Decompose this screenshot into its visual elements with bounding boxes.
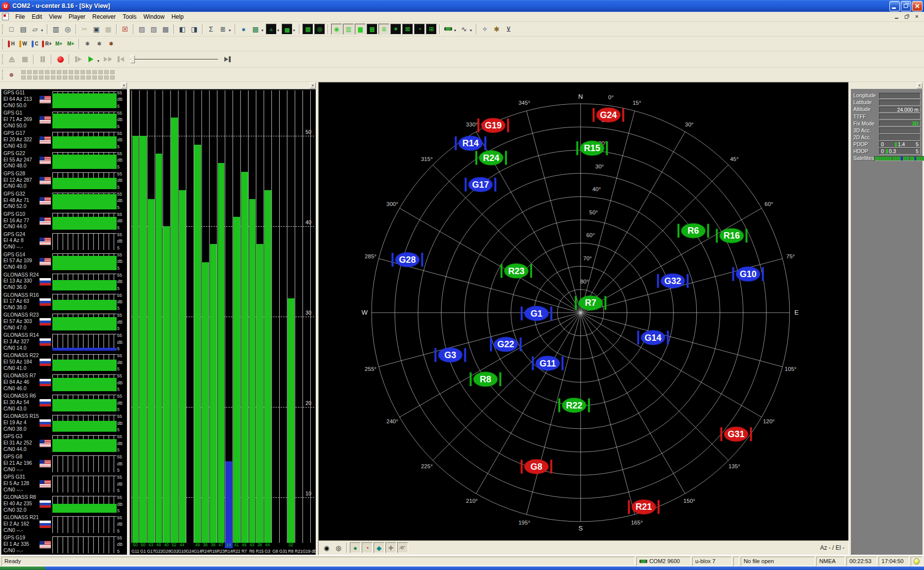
info-label: Longitude [853, 93, 879, 98]
clear-all-views-icon[interactable]: ☒ [119, 23, 131, 35]
chart-view-icon[interactable]: ▲ [266, 24, 277, 35]
dock-grab-bar[interactable]: × [129, 82, 316, 89]
deviation-map-icon[interactable]: ◎ [314, 24, 325, 35]
firmware-download-icon[interactable]: ⊻ [503, 23, 514, 35]
menu-file[interactable]: File [12, 12, 28, 21]
dock-layout-left-icon[interactable]: ◧ [176, 23, 188, 35]
hot-start-button[interactable]: H [5, 38, 17, 50]
hex-view-icon[interactable]: ⊞ [426, 24, 437, 35]
azimuth-label-75°: 75° [786, 253, 795, 259]
skip-to-end-button[interactable] [221, 53, 234, 65]
sky-view-icon[interactable]: ◉ [331, 24, 342, 35]
dropdown-caret-icon[interactable]: ▾ [277, 28, 279, 33]
poll-connector-icon[interactable]: ⊕ [5, 69, 17, 81]
satellite-info-text: GPS G1El 71 Az 269C/N0 50.0 [1, 110, 38, 130]
cold-start-button[interactable]: C [29, 38, 41, 50]
polar-grid-icon[interactable]: ◔ [362, 542, 373, 553]
chart-name-R16: R16 [209, 548, 217, 555]
satellite-markers-icon[interactable]: ◆ [374, 542, 384, 553]
menu-edit[interactable]: Edit [28, 12, 45, 21]
binary-console-icon[interactable]: ✶ [390, 24, 401, 35]
menu-receiver[interactable]: Receiver [89, 12, 119, 21]
dock-grab-bar[interactable]: × [1, 82, 127, 89]
menu-window[interactable]: Window [140, 12, 168, 21]
play-button[interactable] [84, 53, 97, 65]
open-file-icon[interactable]: ▱ [29, 23, 41, 35]
text-console-icon[interactable]: ≣ [217, 23, 229, 35]
slider-thumb[interactable] [130, 55, 135, 63]
dropdown-caret-icon[interactable]: ▾ [454, 28, 456, 33]
dock-close-button[interactable]: × [310, 82, 316, 88]
mdi-minimize-button[interactable] [893, 13, 901, 20]
packet-console-icon[interactable]: ⊠ [402, 24, 413, 35]
value-generator-2-icon[interactable]: ▧ [148, 23, 160, 35]
copy-icon[interactable]: ▣ [90, 23, 102, 35]
google-earth-icon[interactable]: ● [238, 23, 250, 35]
dock-grab-bar[interactable]: × [851, 82, 923, 89]
compass-labels-icon[interactable]: ✛ [385, 542, 396, 553]
close-button[interactable]: ✕ [912, 1, 923, 11]
menu-help[interactable]: Help [168, 12, 187, 21]
earth-overlay-icon[interactable]: ● [350, 542, 361, 553]
statistic-view-icon[interactable]: Σ [205, 23, 217, 35]
toolbar-grip[interactable] [2, 54, 3, 64]
info-value [879, 127, 921, 134]
mdi-close-button[interactable]: × [913, 13, 921, 20]
az-el-labels-icon[interactable]: ⁄0° [397, 542, 408, 553]
dropdown-caret-icon[interactable]: ▾ [229, 28, 231, 33]
toolbar-grip[interactable] [2, 70, 3, 80]
dropdown-caret-icon[interactable]: ▾ [293, 28, 295, 33]
menu-tools[interactable]: Tools [119, 12, 140, 21]
histogram-view-icon[interactable]: ▅ [282, 24, 293, 35]
zoom-rings-large-icon[interactable]: ◎ [333, 542, 344, 553]
mdi-restore-button[interactable] [903, 13, 911, 20]
enable-messages-button[interactable]: M+ [53, 38, 65, 50]
chart-name-G31: G31 [279, 548, 287, 555]
azimuth-label-0°: 0° [608, 94, 614, 100]
restore-button[interactable] [901, 1, 911, 11]
menu-view[interactable]: View [45, 12, 65, 21]
print-icon[interactable]: ▥ [50, 23, 62, 35]
toolbar-grip[interactable] [2, 24, 3, 34]
poll-messages-button[interactable]: M+ [65, 38, 77, 50]
playback-slider[interactable] [130, 54, 218, 64]
toolbar-grip[interactable] [2, 39, 3, 49]
open-file-glyph: ▱ [33, 25, 38, 33]
slider-track[interactable] [130, 59, 218, 60]
dropdown-caret-icon[interactable]: ▾ [470, 28, 472, 33]
messages-view-icon[interactable]: ≣ [378, 24, 389, 35]
value-generator-1-icon[interactable]: ▨ [136, 23, 148, 35]
value-generator-3-icon[interactable]: ▩ [160, 23, 171, 35]
map-view-icon[interactable]: ▩ [250, 23, 261, 35]
chart-window-icon[interactable]: ▆ [355, 24, 366, 35]
configuration-file-button[interactable]: ✱ [93, 38, 105, 50]
dock-close-button[interactable]: × [121, 82, 127, 88]
new-file-icon[interactable]: □ [5, 23, 17, 35]
menu-player[interactable]: Player [65, 12, 89, 21]
play-dropdown-caret-icon[interactable]: ▾ [97, 59, 99, 63]
save-file-icon[interactable]: ▤ [17, 23, 29, 35]
docking-window-icon[interactable]: ▥ [343, 24, 354, 35]
clock-view-icon[interactable]: ◔ [414, 24, 425, 35]
camera-view-icon[interactable]: ▦ [302, 24, 313, 35]
connect-port-icon[interactable] [442, 23, 454, 35]
world-position-icon[interactable]: ▩ [367, 24, 378, 35]
autobauding-icon[interactable]: ✧ [479, 23, 491, 35]
info-label: PDOP [853, 142, 879, 147]
receiver-reset-button[interactable]: R+ [41, 38, 53, 50]
satellite-wing-left [521, 307, 523, 321]
minimize-button[interactable] [889, 1, 900, 11]
toolbar-separator [133, 24, 134, 34]
print-preview-icon[interactable]: ◎ [62, 23, 74, 35]
zoom-rings-small-icon[interactable]: ◉ [321, 542, 332, 553]
dropdown-caret-icon[interactable]: ▾ [261, 28, 263, 33]
dock-layout-right-icon[interactable]: ◨ [188, 23, 200, 35]
record-button[interactable] [54, 53, 67, 65]
configuration-lock-button[interactable]: ✱ [105, 38, 117, 50]
dropdown-caret-icon[interactable]: ▾ [41, 28, 43, 33]
warm-start-button[interactable]: W [17, 38, 29, 50]
debug-messages-icon[interactable]: ✱ [491, 23, 503, 35]
receiver-configuration-button[interactable]: ✱ [82, 38, 93, 50]
baudrate-icon[interactable]: ∿ [458, 23, 470, 35]
dock-close-button[interactable]: × [917, 82, 923, 88]
